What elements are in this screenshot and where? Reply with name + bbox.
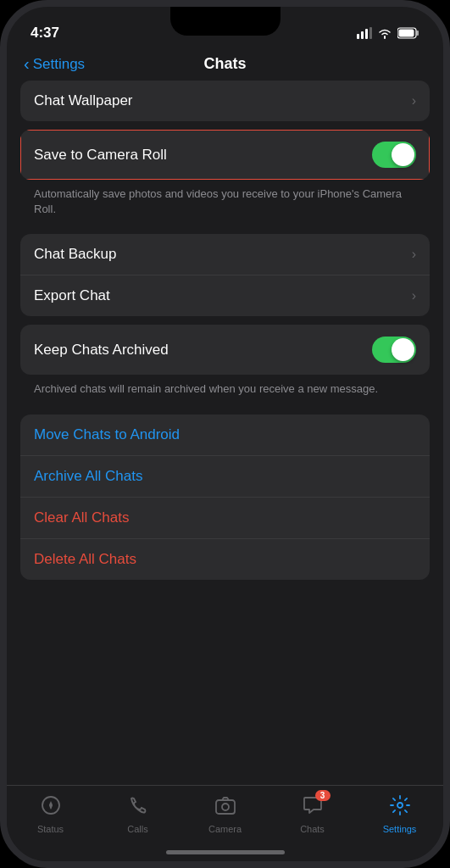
wallpaper-group: Chat Wallpaper › — [20, 81, 430, 121]
home-indicator — [166, 850, 285, 854]
camera-roll-section: Save to Camera Roll Automatically save p… — [20, 130, 430, 225]
camera-roll-group: Save to Camera Roll — [20, 130, 430, 180]
notch — [170, 7, 281, 36]
delete-all-label: Delete All Chats — [34, 551, 136, 568]
tab-calls[interactable]: Calls — [113, 794, 164, 834]
archive-all-label: Archive All Chats — [34, 468, 143, 485]
svg-rect-1 — [361, 31, 364, 39]
chats-badge: 3 — [315, 790, 331, 801]
actions-group: Move Chats to Android Archive All Chats … — [20, 415, 430, 580]
chats-icon: 3 — [302, 794, 324, 821]
camera-icon — [214, 794, 236, 821]
svg-rect-3 — [369, 27, 372, 39]
svg-rect-0 — [357, 34, 359, 39]
keep-archived-toggle[interactable] — [372, 337, 416, 363]
wifi-icon — [377, 27, 392, 39]
save-camera-roll-label: Save to Camera Roll — [34, 147, 167, 164]
toggle-knob — [392, 143, 414, 166]
back-chevron-icon: ‹ — [24, 54, 30, 74]
wallpaper-section: Chat Wallpaper › — [20, 81, 430, 121]
export-chat-item[interactable]: Export Chat › — [20, 275, 430, 316]
chat-wallpaper-item[interactable]: Chat Wallpaper › — [20, 81, 430, 121]
export-chevron-icon: › — [412, 288, 416, 303]
backup-section: Chat Backup › Export Chat › — [20, 234, 430, 316]
archive-group: Keep Chats Archived — [20, 325, 430, 375]
svg-rect-6 — [399, 30, 414, 37]
chevron-icon: › — [412, 93, 416, 108]
status-icon — [40, 794, 62, 821]
svg-rect-9 — [216, 800, 235, 814]
backup-group: Chat Backup › Export Chat › — [20, 234, 430, 316]
backup-chevron-icon: › — [412, 247, 416, 262]
tab-status[interactable]: Status — [25, 794, 76, 834]
tab-camera[interactable]: Camera — [200, 794, 251, 834]
status-icons — [357, 27, 419, 39]
status-time: 4:37 — [31, 25, 59, 42]
export-chat-label: Export Chat — [34, 287, 110, 304]
back-button[interactable]: ‹ Settings — [24, 54, 85, 74]
move-to-android-label: Move Chats to Android — [34, 426, 180, 443]
keep-archived-description: Archived chats will remain archived when… — [20, 375, 430, 405]
keep-archived-label: Keep Chats Archived — [34, 342, 169, 359]
calls-tab-label: Calls — [127, 824, 147, 834]
camera-tab-label: Camera — [208, 824, 242, 834]
clear-all-label: Clear All Chats — [34, 509, 129, 526]
camera-roll-description: Automatically save photos and videos you… — [20, 180, 430, 225]
nav-bar: ‹ Settings Chats — [7, 47, 443, 81]
keep-archived-toggle-knob — [392, 338, 414, 361]
chat-backup-item[interactable]: Chat Backup › — [20, 234, 430, 275]
svg-point-11 — [397, 803, 403, 808]
settings-icon — [389, 794, 411, 821]
svg-point-10 — [222, 804, 229, 810]
svg-point-8 — [49, 804, 53, 807]
calls-icon — [127, 794, 149, 821]
back-label: Settings — [33, 56, 85, 73]
archive-all-item[interactable]: Archive All Chats — [20, 456, 430, 498]
clear-all-item[interactable]: Clear All Chats — [20, 498, 430, 539]
chat-wallpaper-label: Chat Wallpaper — [34, 92, 133, 109]
move-to-android-item[interactable]: Move Chats to Android — [20, 415, 430, 456]
keep-archived-item[interactable]: Keep Chats Archived — [20, 325, 430, 375]
page-title: Chats — [203, 55, 246, 73]
chats-tab-label: Chats — [300, 824, 325, 834]
svg-rect-5 — [417, 31, 419, 36]
settings-tab-label: Settings — [383, 824, 417, 834]
chat-backup-label: Chat Backup — [34, 246, 116, 263]
tab-chats[interactable]: 3 Chats — [287, 794, 338, 834]
actions-section: Move Chats to Android Archive All Chats … — [20, 415, 430, 580]
archive-section: Keep Chats Archived Archived chats will … — [20, 325, 430, 405]
battery-icon — [397, 27, 419, 39]
status-tab-label: Status — [37, 824, 64, 834]
phone-frame: 4:37 ‹ Set — [0, 0, 450, 868]
save-camera-roll-item[interactable]: Save to Camera Roll — [20, 130, 430, 180]
tab-settings[interactable]: Settings — [375, 794, 425, 834]
svg-rect-2 — [365, 29, 368, 39]
save-camera-roll-toggle[interactable] — [372, 142, 416, 168]
delete-all-item[interactable]: Delete All Chats — [20, 539, 430, 580]
signal-icon — [357, 27, 372, 39]
content-area: Chat Wallpaper › Save to Camera Roll Aut… — [7, 81, 443, 588]
